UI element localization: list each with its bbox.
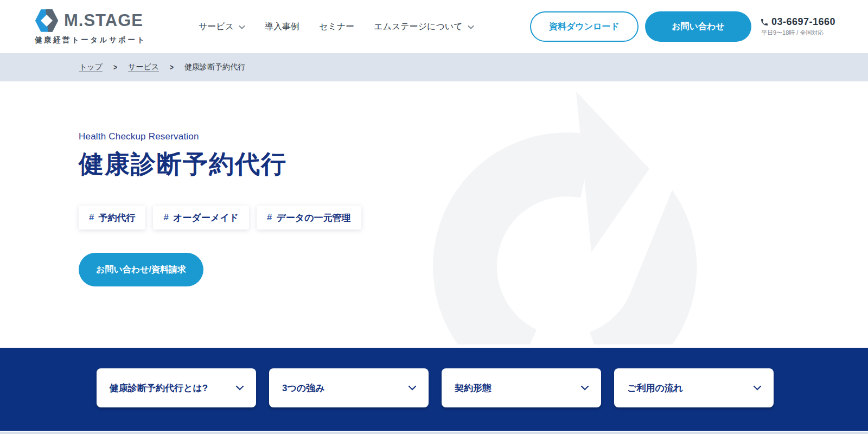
chevron-down-icon <box>239 25 245 29</box>
page-title: 健康診断予約代行 <box>79 148 868 181</box>
site-logo[interactable]: M.STAGE 健康経営トータルサポート <box>35 8 146 45</box>
brand-name: M.STAGE <box>64 11 143 30</box>
phone-icon <box>760 18 769 27</box>
tag-chip-data-management: # データの一元管理 <box>257 206 361 229</box>
hero-section: Health Checkup Reservation 健康診断予約代行 # 予約… <box>0 81 868 348</box>
hash-symbol: # <box>89 212 94 223</box>
breadcrumb-link-top[interactable]: トップ <box>79 62 103 72</box>
header-actions: 資料ダウンロード お問い合わせ 03-6697-1660 平日9〜18時 / 全… <box>530 11 835 42</box>
anchor-card-flow[interactable]: ご利用の流れ <box>614 368 774 407</box>
chevron-down-icon <box>468 25 474 29</box>
tag-chip-custom-made: # オーダーメイド <box>153 206 248 229</box>
nav-item-seminar[interactable]: セミナー <box>319 21 354 33</box>
hash-symbol: # <box>163 212 168 223</box>
hero-tags: # 予約代行 # オーダーメイド # データの一元管理 <box>79 206 868 229</box>
nav-item-services[interactable]: サービス <box>199 21 245 33</box>
anchor-card-contract[interactable]: 契約形態 <box>442 368 601 407</box>
tag-label: データの一元管理 <box>276 212 350 224</box>
next-section-edge <box>0 431 868 434</box>
phone-number: 03-6697-1660 <box>771 16 835 28</box>
hero-eyebrow: Health Checkup Reservation <box>79 131 868 142</box>
tag-chip-reservation: # 予約代行 <box>79 206 145 229</box>
phone-block: 03-6697-1660 平日9〜18時 / 全国対応 <box>760 16 835 37</box>
breadcrumb-separator: > <box>113 63 117 72</box>
breadcrumb-link-services[interactable]: サービス <box>128 62 159 72</box>
hero-contact-cta-button[interactable]: お問い合わせ/資料請求 <box>79 253 203 286</box>
brand-tagline: 健康経営トータルサポート <box>35 35 146 45</box>
phone-hours: 平日9〜18時 / 全国対応 <box>761 29 824 37</box>
chevron-down-icon <box>580 385 589 391</box>
page: M.STAGE 健康経営トータルサポート サービス 導入事例 セミナー エムステ… <box>0 0 868 434</box>
breadcrumb-current: 健康診断予約代行 <box>184 62 245 72</box>
logo-hexagon-icon <box>35 8 59 33</box>
contact-button[interactable]: お問い合わせ <box>645 11 751 42</box>
tag-label: 予約代行 <box>98 212 135 224</box>
anchor-card-what-is[interactable]: 健康診断予約代行とは? <box>97 368 256 407</box>
nav-item-about[interactable]: エムステージについて <box>374 21 474 33</box>
chevron-down-icon <box>408 385 417 391</box>
anchor-nav-section: 健康診断予約代行とは? 3つの強み 契約形態 ご利用の流れ <box>0 348 868 431</box>
anchor-card-strengths[interactable]: 3つの強み <box>269 368 429 407</box>
nav-item-case-studies[interactable]: 導入事例 <box>265 21 299 33</box>
site-header: M.STAGE 健康経営トータルサポート サービス 導入事例 セミナー エムステ… <box>0 0 868 53</box>
hash-symbol: # <box>267 212 272 223</box>
breadcrumb-separator: > <box>170 63 174 72</box>
breadcrumb: トップ > サービス > 健康診断予約代行 <box>0 53 868 81</box>
main-nav: サービス 導入事例 セミナー エムステージについて <box>199 21 474 33</box>
chevron-down-icon <box>753 385 762 391</box>
chevron-down-icon <box>235 385 244 391</box>
tag-label: オーダーメイド <box>173 212 239 224</box>
download-button[interactable]: 資料ダウンロード <box>530 11 639 42</box>
